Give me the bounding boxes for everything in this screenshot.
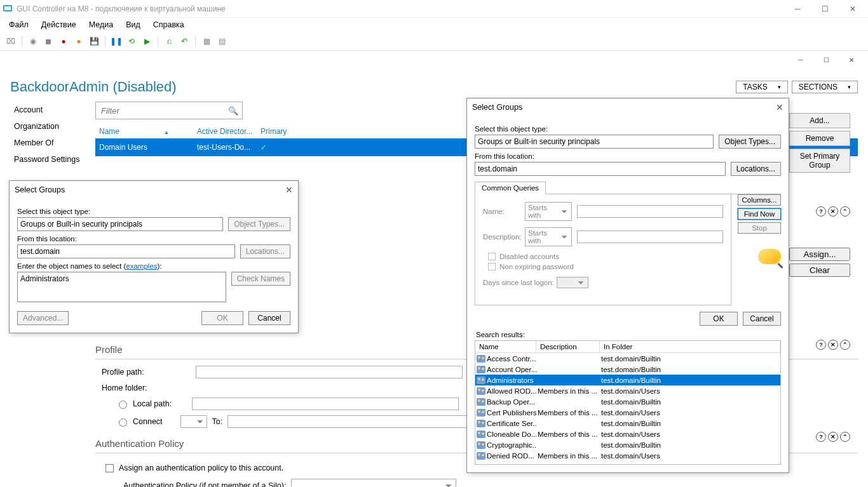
sidebar-item-member-of[interactable]: Member Of [10, 135, 93, 151]
object-types-button[interactable]: Object Types... [228, 217, 290, 231]
assign-button[interactable]: Assign... [789, 248, 850, 261]
drive-letter-select[interactable]: ⏷ [180, 415, 207, 428]
filter-box[interactable]: 🔍 [95, 102, 243, 119]
close-icon[interactable]: ✕ [285, 185, 293, 195]
enhanced-session-icon[interactable]: ▦ [201, 36, 212, 47]
disabled-accounts-checkbox[interactable] [488, 253, 496, 260]
result-row[interactable]: Access Contr...test.domain/Builtin [475, 353, 780, 364]
col-ad[interactable]: Active Director... [197, 127, 261, 136]
shutdown-icon[interactable]: ● [73, 36, 85, 47]
save-icon[interactable]: 💾 [88, 36, 100, 47]
collapse-icon[interactable]: ⌃ [840, 432, 850, 442]
connect-radio[interactable] [119, 418, 127, 427]
record-icon[interactable]: ◉ [27, 36, 39, 47]
local-path-input[interactable] [192, 397, 459, 410]
assign-policy-checkbox[interactable] [105, 464, 114, 472]
result-row[interactable]: Administratorstest.domain/Builtin [475, 375, 780, 385]
start-icon[interactable]: ▶ [141, 36, 153, 47]
close-section-icon[interactable]: ✕ [828, 432, 838, 442]
result-row[interactable]: Cloneable Do...Members of this ...test.d… [475, 429, 780, 439]
tasks-dropdown[interactable]: TASKS [736, 81, 787, 93]
menu-file[interactable]: Файл [9, 20, 29, 29]
check-names-button[interactable]: Check Names [231, 272, 290, 286]
result-row[interactable]: Cert PublishersMembers of this ...test.d… [475, 407, 780, 418]
result-row[interactable]: Backup Oper...test.domain/Builtin [475, 396, 780, 407]
name-query-input[interactable] [577, 205, 723, 218]
help-icon[interactable]: ? [816, 340, 826, 350]
tab-common-queries[interactable]: Common Queries [475, 182, 546, 194]
col-name[interactable]: Name [475, 341, 536, 352]
filter-input[interactable] [100, 105, 228, 116]
stop-button[interactable]: Stop [738, 222, 781, 234]
collapse-icon[interactable]: ⌃ [840, 206, 850, 217]
advanced-button[interactable]: Advanced... [17, 311, 69, 325]
reset-icon[interactable]: ⟲ [126, 36, 137, 47]
pause-icon[interactable]: ❚❚ [111, 36, 122, 47]
locations-button[interactable]: Locations... [240, 244, 290, 258]
result-row[interactable]: Allowed ROD...Members in this ...test.do… [475, 385, 780, 396]
examples-link[interactable]: examples [126, 262, 157, 270]
menu-action[interactable]: Действие [41, 20, 76, 29]
object-names-textarea[interactable]: Administrators [17, 272, 226, 302]
ok-button[interactable]: OK [201, 311, 243, 325]
inner-maximize[interactable]: ☐ [813, 52, 839, 67]
sidebar-item-password-settings[interactable]: Password Settings [10, 151, 93, 168]
connect-path-input[interactable] [227, 415, 494, 428]
result-row[interactable]: Denied ROD...Members in this ...test.dom… [475, 450, 780, 461]
menu-media[interactable]: Медиа [89, 20, 113, 29]
vm-close[interactable]: ✕ [840, 4, 865, 13]
object-type-input[interactable]: Groups or Built-in security principals [475, 135, 714, 149]
set-primary-button[interactable]: Set Primary Group [789, 149, 850, 173]
clear-button[interactable]: Clear [789, 264, 850, 277]
desc-query-input[interactable] [577, 230, 723, 243]
result-row[interactable]: Account Oper...test.domain/Builtin [475, 364, 780, 375]
inner-close[interactable]: ✕ [839, 52, 864, 67]
col-name[interactable]: Name [99, 127, 119, 136]
vm-minimize[interactable]: ─ [785, 4, 810, 13]
desc-match-select[interactable]: Starts with⏷ [525, 227, 572, 246]
sidebar-item-account[interactable]: Account [10, 102, 93, 118]
col-folder[interactable]: In Folder [600, 341, 780, 352]
vm-maximize[interactable]: ☐ [813, 4, 838, 13]
search-icon[interactable]: 🔍 [228, 106, 238, 116]
profile-path-input[interactable] [196, 366, 463, 378]
location-input[interactable]: test.domain [475, 162, 726, 176]
collapse-icon[interactable]: ⌃ [840, 340, 850, 350]
cancel-button[interactable]: Cancel [248, 311, 290, 325]
name-match-select[interactable]: Starts with⏷ [525, 202, 572, 221]
inner-minimize[interactable]: ─ [788, 52, 813, 67]
revert-icon[interactable]: ↶ [179, 36, 190, 47]
ctrl-alt-del-icon[interactable]: ⌧ [5, 36, 17, 47]
non-expiring-checkbox[interactable] [488, 263, 496, 270]
ok-button[interactable]: OK [700, 312, 738, 326]
menu-view[interactable]: Вид [126, 20, 140, 29]
result-row[interactable]: Certificate Ser...test.domain/Builtin [475, 418, 780, 429]
col-description[interactable]: Description [536, 341, 600, 352]
auth-policy-select[interactable]: ⏷ [291, 479, 456, 487]
close-icon[interactable]: ✕ [776, 102, 783, 112]
checkpoint-icon[interactable]: ⎌ [163, 36, 175, 47]
sections-dropdown[interactable]: SECTIONS [792, 81, 858, 93]
sidebar-item-organization[interactable]: Organization [10, 118, 93, 135]
days-select[interactable]: ⏷ [557, 277, 588, 288]
object-type-input[interactable]: Groups or Built-in security principals [17, 217, 223, 231]
share-icon[interactable]: ▤ [216, 36, 227, 47]
locations-button[interactable]: Locations... [731, 162, 781, 176]
stop-icon[interactable]: ◼ [43, 36, 54, 47]
result-row[interactable]: Cryptographic...test.domain/Builtin [475, 439, 780, 450]
local-path-radio[interactable] [119, 401, 127, 409]
col-primary[interactable]: Primary [261, 127, 311, 136]
close-section-icon[interactable]: ✕ [828, 340, 838, 350]
power-off-icon[interactable]: ● [58, 36, 69, 47]
help-icon[interactable]: ? [816, 432, 826, 442]
columns-button[interactable]: Columns... [738, 194, 781, 206]
menu-help[interactable]: Справка [153, 20, 184, 29]
location-input[interactable]: test.domain [17, 244, 235, 258]
find-now-button[interactable]: Find Now [738, 208, 781, 220]
help-icon[interactable]: ? [816, 206, 826, 217]
object-types-button[interactable]: Object Types... [719, 135, 781, 149]
cancel-button[interactable]: Cancel [743, 312, 781, 326]
remove-button[interactable]: Remove [789, 131, 850, 146]
add-button[interactable]: Add... [789, 113, 850, 128]
close-section-icon[interactable]: ✕ [828, 206, 838, 217]
